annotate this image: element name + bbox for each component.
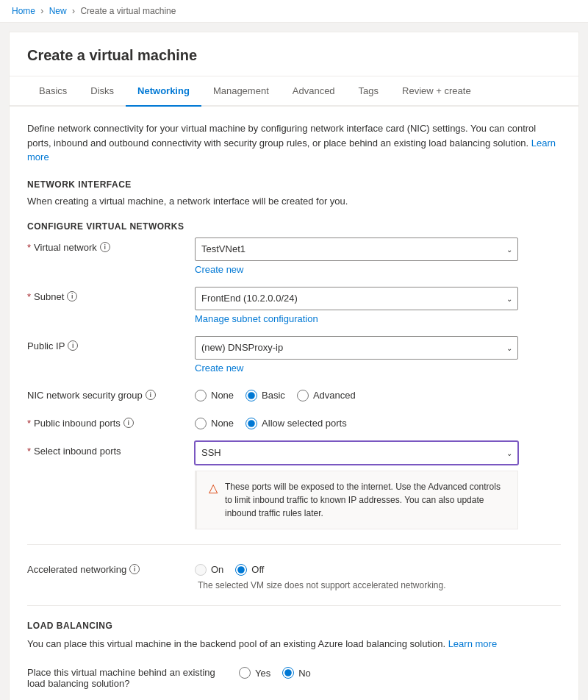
breadcrumb-new[interactable]: New — [49, 6, 67, 16]
virtual-network-dropdown[interactable]: TestVNet1 — [195, 238, 518, 261]
create-new-ip-link[interactable]: Create new — [195, 362, 561, 374]
breadcrumb-home[interactable]: Home — [12, 6, 35, 16]
form-row-public-ip: Public IP i (new) DNSProxy-ip ⌄ Create n… — [27, 336, 561, 374]
tab-basics[interactable]: Basics — [27, 76, 79, 107]
form-row-public-inbound-ports: * Public inbound ports i None Allow sele… — [27, 413, 561, 429]
breadcrumb: Home › New › Create a virtual machine — [0, 0, 588, 23]
form-row-accelerated-networking: Accelerated networking i On Off — [27, 560, 561, 590]
divider-1 — [27, 544, 561, 545]
info-icon-subnet[interactable]: i — [67, 291, 77, 301]
select-inbound-ports-dropdown-wrapper: SSH HTTP (80) HTTPS (443) RDP (3389) ⌄ — [195, 441, 518, 465]
info-icon-inbound-ports[interactable]: i — [123, 418, 134, 428]
accelerated-networking-radio-off[interactable] — [235, 564, 247, 576]
accelerated-networking-radio-group: On Off — [195, 560, 561, 576]
accelerated-networking-option-off[interactable]: Off — [235, 564, 264, 576]
nic-nsg-radio-basic[interactable] — [245, 390, 257, 401]
nic-nsg-radio-none[interactable] — [195, 390, 207, 401]
subnet-dropdown-wrapper: FrontEnd (10.2.0.0/24) ⌄ — [195, 287, 518, 310]
nic-nsg-radio-group: None Basic Advanced — [195, 385, 561, 401]
label-select-inbound-ports: * Select inbound ports — [27, 441, 189, 457]
info-icon-public-ip[interactable]: i — [68, 340, 78, 351]
required-star-subnet: * — [27, 291, 31, 302]
tabs-bar: Basics Disks Networking Management Advan… — [10, 76, 578, 107]
tab-networking[interactable]: Networking — [126, 76, 201, 107]
tab-management[interactable]: Management — [201, 76, 281, 107]
info-icon-nic-nsg[interactable]: i — [146, 390, 156, 400]
form-row-select-inbound-ports: * Select inbound ports SSH HTTP (80) HTT… — [27, 441, 561, 529]
load-balancing-control-wrapper: Yes No — [239, 662, 561, 679]
accelerated-networking-label-off: Off — [251, 564, 264, 575]
load-balancing-radio-group: Yes No — [239, 662, 561, 679]
label-nic-nsg: NIC network security group i — [27, 385, 189, 401]
public-ip-dropdown[interactable]: (new) DNSProxy-ip — [195, 336, 518, 360]
subnet-control-wrapper: FrontEnd (10.2.0.0/24) ⌄ Manage subnet c… — [195, 287, 561, 324]
nic-nsg-radio-advanced[interactable] — [297, 390, 309, 401]
load-balancing-label-yes: Yes — [255, 668, 270, 679]
warning-icon: △ — [209, 481, 218, 495]
manage-subnet-link[interactable]: Manage subnet configuration — [195, 313, 561, 324]
load-balancing-learn-more[interactable]: Learn more — [448, 638, 497, 649]
inbound-ports-radio-none[interactable] — [195, 418, 207, 429]
accelerated-networking-radio-on[interactable] — [195, 564, 207, 576]
tab-disks[interactable]: Disks — [79, 76, 126, 107]
info-icon-vnet[interactable]: i — [100, 242, 110, 252]
load-balancing-label-no: No — [298, 668, 311, 679]
label-public-inbound-ports: * Public inbound ports i — [27, 413, 189, 429]
nic-nsg-option-none[interactable]: None — [195, 390, 234, 401]
nic-nsg-label-none: None — [211, 390, 234, 401]
accelerated-networking-option-on[interactable]: On — [195, 564, 223, 576]
subnet-dropdown[interactable]: FrontEnd (10.2.0.0/24) — [195, 287, 518, 310]
nic-nsg-option-advanced[interactable]: Advanced — [297, 390, 356, 401]
public-ip-control-wrapper: (new) DNSProxy-ip ⌄ Create new — [195, 336, 561, 374]
inbound-ports-option-allow[interactable]: Allow selected ports — [245, 418, 347, 429]
tab-review-create[interactable]: Review + create — [390, 76, 483, 107]
page-title: Create a virtual machine — [10, 32, 578, 76]
create-new-vnet-link[interactable]: Create new — [195, 264, 561, 275]
select-inbound-ports-dropdown[interactable]: SSH HTTP (80) HTTPS (443) RDP (3389) — [195, 441, 518, 465]
nic-nsg-label-advanced: Advanced — [313, 390, 356, 401]
form-row-load-balancing: Place this virtual machine behind an exi… — [27, 662, 561, 689]
label-subnet: * Subnet i — [27, 287, 189, 302]
inbound-ports-radio-allow[interactable] — [245, 418, 257, 429]
label-load-balancing: Place this virtual machine behind an exi… — [27, 662, 233, 689]
tab-tags[interactable]: Tags — [347, 76, 390, 107]
nic-nsg-option-basic[interactable]: Basic — [245, 390, 285, 401]
nic-nsg-control-wrapper: None Basic Advanced — [195, 385, 561, 401]
breadcrumb-sep1: › — [40, 6, 43, 16]
info-icon-accelerated[interactable]: i — [129, 564, 140, 574]
warning-box: △ These ports will be exposed to the int… — [195, 471, 518, 529]
load-balancing-option-yes[interactable]: Yes — [239, 667, 270, 679]
inbound-ports-control-wrapper: None Allow selected ports — [195, 413, 561, 429]
label-accelerated-networking: Accelerated networking i — [27, 560, 189, 575]
tab-advanced[interactable]: Advanced — [281, 76, 347, 107]
required-star-select-ports: * — [27, 446, 31, 457]
form-area: Define network connectivity for your vir… — [10, 107, 578, 700]
section-title-load-balancing: LOAD BALANCING — [27, 621, 561, 631]
breadcrumb-current: Create a virtual machine — [80, 6, 176, 16]
load-balancing-radio-yes[interactable] — [239, 667, 251, 679]
vnet-control-wrapper: TestVNet1 ⌄ Create new — [195, 238, 561, 275]
divider-2 — [27, 605, 561, 606]
description-text: Define network connectivity for your vir… — [27, 121, 561, 165]
load-balancing-radio-no[interactable] — [282, 667, 294, 679]
section-desc-network-interface: When creating a virtual machine, a netwo… — [27, 196, 561, 207]
required-star-vnet: * — [27, 242, 31, 253]
label-public-ip: Public IP i — [27, 336, 189, 351]
accelerated-networking-label-on: On — [211, 564, 223, 575]
inbound-ports-option-none[interactable]: None — [195, 418, 234, 429]
accelerated-networking-control-wrapper: On Off The selected VM size does not sup… — [195, 560, 561, 590]
accelerated-networking-note: The selected VM size does not support ac… — [195, 576, 561, 590]
section-title-network-interface: NETWORK INTERFACE — [27, 179, 561, 190]
public-ip-dropdown-wrapper: (new) DNSProxy-ip ⌄ — [195, 336, 518, 360]
virtual-network-dropdown-wrapper: TestVNet1 ⌄ — [195, 238, 518, 261]
section-title-configure-vnet: CONFIGURE VIRTUAL NETWORKS — [27, 221, 561, 232]
breadcrumb-sep2: › — [72, 6, 75, 16]
label-virtual-network: * Virtual network i — [27, 238, 189, 253]
warning-text: These ports will be exposed to the inter… — [225, 480, 506, 520]
form-row-virtual-network: * Virtual network i TestVNet1 ⌄ Create n… — [27, 238, 561, 275]
nic-nsg-label-basic: Basic — [262, 390, 285, 401]
select-inbound-ports-control-wrapper: SSH HTTP (80) HTTPS (443) RDP (3389) ⌄ △… — [195, 441, 561, 529]
form-row-nic-nsg: NIC network security group i None Basic — [27, 385, 561, 401]
form-row-subnet: * Subnet i FrontEnd (10.2.0.0/24) ⌄ Mana… — [27, 287, 561, 324]
load-balancing-option-no[interactable]: No — [282, 667, 311, 679]
